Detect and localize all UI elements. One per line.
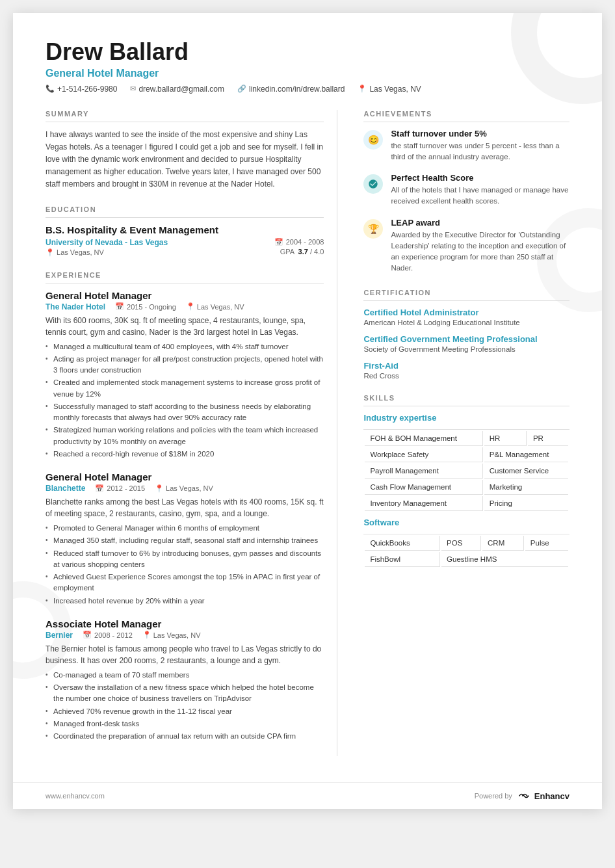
cert-title-3: First-Aid: [363, 361, 569, 371]
edu-right: 📅 2004 - 2008 GPA 3.7 / 4.0: [274, 238, 324, 256]
skill-row: FishBowl Guestline HMS: [365, 552, 568, 567]
achievement-3: 🏆 LEAP award Awarded by the Executive Di…: [363, 218, 569, 274]
exp-loc-2: 📍 Las Vegas, NV: [155, 484, 213, 493]
skills-section: SKILLS Industry expertise FOH & BOH Mana…: [363, 394, 569, 568]
skill-row: Cash Flow Management Marketing: [365, 480, 568, 495]
exp-entry-2: General Hotel Manager Blanchette 📅 2012 …: [46, 471, 324, 607]
edu-dates: 📅 2004 - 2008: [274, 238, 324, 246]
exp-dates-2: 📅 2012 - 2015: [95, 484, 145, 493]
exp-bullets-2: Promoted to General Manager within 6 mon…: [46, 523, 324, 607]
exp-loc-3: 📍 Las Vegas, NV: [142, 631, 201, 639]
exp-dates-1: 📅 2015 - Ongoing: [115, 302, 176, 311]
skill-cell: Pulse: [525, 536, 568, 551]
bullet-item: Promoted to General Manager within 6 mon…: [46, 523, 324, 534]
bullet-item: Achieved Guest Experience Scores amongst…: [46, 572, 324, 594]
bullet-item: Co-managed a team of 70 staff members: [46, 670, 324, 681]
skill-cell: Inventory Management: [365, 496, 482, 511]
bullet-item: Reached a record-high revenue of $18M in…: [46, 449, 324, 460]
enhancv-logo: Enhancv: [516, 791, 569, 801]
linkedin-value: linkedin.com/in/drew.ballard: [249, 85, 345, 94]
achievement-2: Perfect Health Score All of the hotels t…: [363, 173, 569, 207]
achievement-desc-2: All of the hotels that I have managed or…: [391, 185, 569, 207]
exp-meta-3: Bernier 📅 2008 - 2012 📍 Las Vegas, NV: [46, 631, 324, 640]
achievement-content-2: Perfect Health Score All of the hotels t…: [391, 173, 569, 207]
exp-desc-1: With its 600 rooms, 30K sq. ft of meetin…: [46, 315, 324, 338]
calendar-icon: 📅: [274, 238, 283, 246]
experience-title: EXPERIENCE: [46, 271, 324, 283]
exp-company-1: The Nader Hotel: [46, 302, 105, 311]
location-contact: 📍 Las Vegas, NV: [358, 85, 421, 94]
skill-cell: FOH & BOH Management: [365, 431, 482, 446]
exp-title-1: General Hotel Manager: [46, 290, 324, 301]
resume-content: Drew Ballard General Hotel Manager 📞 +1-…: [13, 13, 602, 776]
exp-title-3: Associate Hotel Manager: [46, 618, 324, 629]
skill-cell: P&L Management: [484, 447, 568, 462]
edu-location: 📍 Las Vegas, NV: [46, 248, 168, 257]
software-skills-table: QuickBooks POS CRM Pulse FishBowl Guestl…: [363, 534, 569, 568]
cert-title-2: Certified Government Meeting Professiona…: [363, 334, 569, 344]
cal-icon: 📅: [95, 484, 104, 493]
bullet-item: Strategized human working relations and …: [46, 425, 324, 447]
footer-url: www.enhancv.com: [46, 792, 105, 800]
exp-loc-1: 📍 Las Vegas, NV: [186, 302, 244, 311]
bullet-item: Successfully managed to staff according …: [46, 401, 324, 424]
resume-container: Drew Ballard General Hotel Manager 📞 +1-…: [13, 13, 602, 809]
skill-row: Inventory Management Pricing: [365, 496, 568, 511]
footer-powered-by: Powered by Enhancv: [475, 791, 569, 801]
bullet-item: Managed front-desk tasks: [46, 718, 324, 730]
skill-row: Workplace Safety P&L Management: [365, 447, 568, 462]
skills-title: SKILLS: [363, 394, 569, 406]
skill-cell: Customer Service: [484, 464, 568, 479]
linkedin-icon: 🔗: [237, 85, 246, 93]
edu-left: University of Nevada - Las Vegas 📍 Las V…: [46, 238, 168, 257]
achievement-title-3: LEAP award: [391, 218, 569, 228]
cert-issuer-3: Red Cross: [363, 372, 569, 380]
industry-expertise-label: Industry expertise: [363, 413, 569, 423]
skill-cell: Cash Flow Management: [365, 480, 482, 495]
bullet-item: Oversaw the installation of a new fitnes…: [46, 682, 324, 705]
contact-row: 📞 +1-514-266-9980 ✉ drew.ballard@gmail.c…: [46, 85, 569, 94]
skill-row: FOH & BOH Management HR PR: [365, 431, 568, 446]
phone-value: +1-514-266-9980: [57, 85, 117, 94]
achievements-title: ACHIEVEMENTS: [363, 110, 569, 122]
bullet-item: Managed a multicultural team of 400 empl…: [46, 341, 324, 352]
achievement-desc-1: the staff turnover was under 5 percent -…: [391, 140, 569, 163]
powered-by-label: Powered by: [475, 792, 512, 800]
skill-cell: Workplace Safety: [365, 447, 482, 462]
pin-icon: 📍: [142, 631, 151, 639]
experience-section: EXPERIENCE General Hotel Manager The Nad…: [46, 271, 324, 743]
cal-icon: 📅: [115, 302, 124, 311]
email-value: drew.ballard@gmail.com: [138, 85, 224, 94]
achievement-content-1: Staff turnover under 5% the staff turnov…: [391, 129, 569, 163]
exp-dates-3: 📅 2008 - 2012: [83, 631, 133, 639]
edu-gpa: GPA 3.7 / 4.0: [274, 248, 324, 256]
achievement-icon-3: 🏆: [363, 219, 383, 239]
exp-bullets-3: Co-managed a team of 70 staff members Ov…: [46, 670, 324, 743]
enhancv-logomark-icon: [516, 791, 532, 801]
exp-desc-2: Blanchette ranks among the best Las Vega…: [46, 496, 324, 519]
edu-degree: B.S. Hospitality & Event Management: [46, 224, 324, 235]
exp-entry-3: Associate Hotel Manager Bernier 📅 2008 -…: [46, 618, 324, 743]
skill-cell: CRM: [482, 536, 524, 551]
cert-issuer-1: American Hotel & Lodging Educational Ins…: [363, 319, 569, 326]
summary-title: SUMMARY: [46, 110, 324, 122]
edu-school: University of Nevada - Las Vegas: [46, 238, 168, 247]
achievement-title-2: Perfect Health Score: [391, 173, 569, 183]
software-label: Software: [363, 518, 569, 527]
candidate-name: Drew Ballard: [46, 39, 569, 65]
skill-cell: Pricing: [484, 496, 568, 511]
summary-text: I have always wanted to see the inside o…: [46, 129, 324, 191]
location-value: Las Vegas, NV: [369, 85, 421, 94]
certification-section: CERTIFICATION Certified Hotel Administra…: [363, 289, 569, 380]
bullet-item: Achieved 70% revenue growth in the 11-12…: [46, 706, 324, 717]
certification-title: CERTIFICATION: [363, 289, 569, 301]
cert-issuer-2: Society of Government Meeting Profession…: [363, 345, 569, 353]
bullet-item: Increased hotel revenue by 20% within a …: [46, 596, 324, 607]
achievements-section: ACHIEVEMENTS 😊 Staff turnover under 5% t…: [363, 110, 569, 274]
pin-icon: 📍: [155, 484, 164, 493]
cert-title-1: Certified Hotel Administrator: [363, 308, 569, 317]
exp-bullets-1: Managed a multicultural team of 400 empl…: [46, 341, 324, 460]
skill-cell: POS: [441, 536, 481, 551]
exp-company-2: Blanchette: [46, 484, 85, 493]
skill-cell: Payroll Management: [365, 464, 482, 479]
